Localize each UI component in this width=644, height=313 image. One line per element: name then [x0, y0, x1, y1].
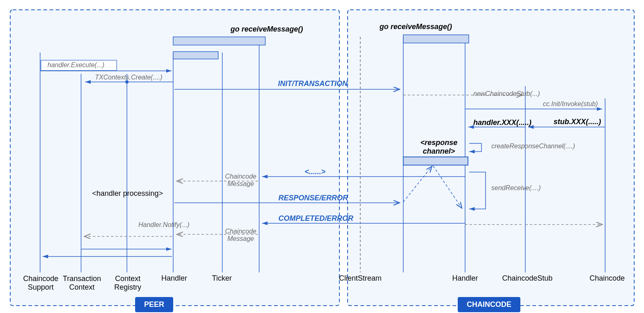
label-cc-init: cc.Init/Invoke(stub) — [543, 100, 598, 108]
lifeline-label-clientstream: ClientStream — [336, 274, 385, 283]
label-dots-msg: <......> — [305, 168, 325, 176]
diagram-svg — [0, 0, 644, 313]
label-init-transaction: INIT/TRANSACTION — [278, 80, 348, 88]
label-go-recv-cc: go receiveMessage() — [380, 23, 452, 31]
lifeline-label-handler-peer: Handler — [159, 274, 190, 283]
label-cc-msg-2: ChaincodeMessage — [222, 228, 260, 243]
label-txcontexts-create: TXContexts.Create(....) — [95, 74, 163, 81]
lifeline-label-chaincode: Chaincode — [585, 274, 630, 283]
activation-go-recv-cc — [403, 35, 469, 43]
activation-go-recv-peer — [173, 37, 265, 45]
activation-handler-ticker — [173, 52, 218, 59]
lifeline-label-context-registry: ContextRegistry — [111, 274, 144, 291]
label-handler-processing: <handler processing> — [92, 190, 163, 198]
badge-chaincode: CHAINCODE — [458, 297, 520, 312]
label-response-error: RESPONSE/ERROR — [278, 194, 348, 202]
label-stub-xxx: stub.XXX(.....) — [554, 118, 601, 126]
label-go-recv-peer: go receiveMessage() — [230, 25, 303, 34]
label-handler-xxx: handler.XXX(.....) — [473, 119, 531, 127]
label-completed-error: COMPLETED/ERROR — [278, 215, 353, 223]
lifeline-label-ticker: Ticker — [206, 274, 238, 283]
lifeline-label-chaincode-support: ChaincodeSupport — [21, 274, 60, 291]
lifeline-label-transaction-context: TransactionContext — [61, 274, 102, 291]
label-create-response-channel: createResponseChannel(....) — [491, 143, 575, 150]
label-cc-msg-1: ChaincodeMessage — [222, 173, 260, 188]
lifeline-label-handler-cc: Handler — [449, 274, 481, 283]
label-new-stub: newChaincodeStub(...) — [473, 90, 540, 98]
lifeline-label-chaincode-stub: ChaincodeStub — [499, 274, 556, 283]
badge-peer: PEER — [135, 297, 173, 312]
label-handler-execute: handler.Execute(...) — [47, 61, 104, 69]
label-handler-notify: Handler.Notify(...) — [138, 221, 190, 229]
activation-response-channel — [403, 157, 468, 165]
label-send-receive: sendReceive(....) — [491, 184, 541, 192]
label-response-channel: <responsechannel> — [410, 138, 468, 155]
chaincode-box — [348, 10, 634, 306]
